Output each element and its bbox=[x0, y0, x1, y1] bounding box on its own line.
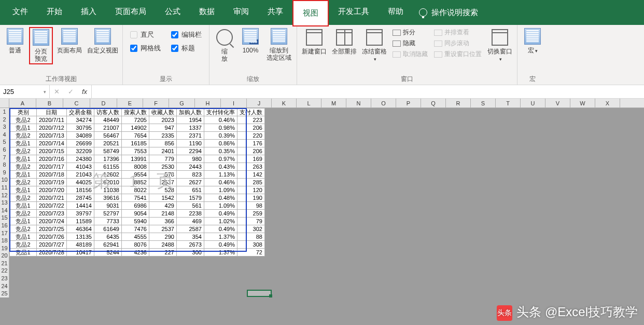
data-cell[interactable]: 2020/7/28 bbox=[37, 249, 67, 256]
data-cell[interactable]: 2371 bbox=[176, 132, 204, 140]
col-header-S[interactable]: S bbox=[471, 99, 496, 107]
row-header-3[interactable]: 3 bbox=[0, 123, 9, 131]
data-cell[interactable]: 14414 bbox=[66, 202, 94, 210]
fx-icon[interactable]: fx bbox=[78, 88, 91, 96]
row-header-8[interactable]: 8 bbox=[0, 161, 9, 169]
data-cell[interactable]: 206 bbox=[237, 124, 264, 132]
data-cell[interactable]: 竞品2 bbox=[10, 194, 37, 202]
data-cell[interactable]: 2020/7/20 bbox=[37, 186, 67, 194]
data-cell[interactable]: 302 bbox=[237, 225, 264, 233]
data-cell[interactable]: 190 bbox=[237, 194, 264, 202]
data-cell[interactable]: 2335 bbox=[149, 132, 176, 140]
data-cell[interactable]: 578 bbox=[149, 171, 176, 179]
data-cell[interactable]: 竞品1 bbox=[10, 140, 37, 147]
data-cell[interactable]: 2020/7/25 bbox=[37, 225, 67, 233]
data-cell[interactable]: 120 bbox=[237, 186, 264, 194]
macros-button[interactable]: 宏▾ bbox=[521, 27, 544, 56]
data-cell[interactable]: 528 bbox=[149, 186, 176, 194]
zoom-button[interactable]: 缩 放 bbox=[213, 27, 236, 63]
data-cell[interactable]: 1.02% bbox=[204, 218, 237, 225]
col-header-W[interactable]: W bbox=[570, 99, 595, 107]
data-cell[interactable]: 88 bbox=[237, 233, 264, 241]
data-cell[interactable]: 16185 bbox=[121, 140, 149, 147]
row-header-12[interactable]: 12 bbox=[0, 192, 9, 199]
row-header-11[interactable]: 11 bbox=[0, 184, 9, 192]
data-cell[interactable]: 429 bbox=[149, 202, 176, 210]
select-all-corner[interactable] bbox=[0, 99, 9, 107]
gridlines-checkbox[interactable]: 网格线 bbox=[130, 44, 161, 53]
data-cell[interactable]: 220 bbox=[237, 132, 264, 140]
data-cell[interactable]: 14902 bbox=[121, 124, 149, 132]
row-header-1[interactable]: 1 bbox=[0, 108, 9, 116]
col-header-H[interactable]: H bbox=[195, 99, 221, 107]
col-header-R[interactable]: R bbox=[446, 99, 471, 107]
data-cell[interactable]: 2020/7/11 bbox=[37, 116, 67, 124]
data-cell[interactable]: 2020/7/27 bbox=[37, 241, 67, 249]
data-cell[interactable]: 1.09% bbox=[204, 186, 237, 194]
col-header-M[interactable]: M bbox=[321, 99, 346, 107]
col-header-D[interactable]: D bbox=[90, 99, 117, 107]
row-header-21[interactable]: 21 bbox=[0, 260, 9, 267]
tab-共享[interactable]: 共享 bbox=[258, 0, 292, 26]
col-header-P[interactable]: P bbox=[396, 99, 421, 107]
data-cell[interactable]: 61649 bbox=[94, 225, 121, 233]
header-cell[interactable]: 加购人数 bbox=[176, 109, 204, 116]
col-header-B[interactable]: B bbox=[36, 99, 63, 107]
header-cell[interactable]: 支付人数 bbox=[237, 109, 264, 116]
data-cell[interactable]: 竞品1 bbox=[10, 218, 37, 225]
data-cell[interactable]: 0.39% bbox=[204, 132, 237, 140]
data-cell[interactable]: 2020/7/12 bbox=[37, 124, 67, 132]
col-header-J[interactable]: J bbox=[247, 99, 272, 107]
data-cell[interactable]: 0.43% bbox=[204, 163, 237, 171]
data-cell[interactable]: 0.49% bbox=[204, 225, 237, 233]
name-box[interactable]: J25▾ bbox=[0, 85, 50, 98]
data-cell[interactable]: 7654 bbox=[121, 132, 149, 140]
data-cell[interactable]: 7205 bbox=[121, 116, 149, 124]
data-cell[interactable]: 4236 bbox=[121, 249, 149, 256]
data-cell[interactable]: 13991 bbox=[121, 155, 149, 163]
data-cell[interactable]: 79 bbox=[237, 218, 264, 225]
data-cell[interactable]: 947 bbox=[149, 124, 176, 132]
freeze-panes-button[interactable]: 冻结窗格▾ bbox=[360, 27, 388, 64]
data-cell[interactable]: 2537 bbox=[149, 179, 176, 186]
data-cell[interactable]: 18156 bbox=[66, 186, 94, 194]
data-cell[interactable]: 2020/7/17 bbox=[37, 163, 67, 171]
data-cell[interactable]: 5244 bbox=[94, 249, 121, 256]
data-cell[interactable]: 7476 bbox=[121, 225, 149, 233]
data-cell[interactable]: 0.49% bbox=[204, 241, 237, 249]
data-cell[interactable]: 1190 bbox=[176, 140, 204, 147]
row-header-6[interactable]: 6 bbox=[0, 146, 9, 154]
data-cell[interactable]: 竞品2 bbox=[10, 147, 37, 155]
tab-开发工具[interactable]: 开发工具 bbox=[329, 0, 379, 26]
col-header-N[interactable]: N bbox=[346, 99, 371, 107]
data-cell[interactable]: 2443 bbox=[176, 163, 204, 171]
row-header-4[interactable]: 4 bbox=[0, 131, 9, 139]
data-cell[interactable]: 2294 bbox=[176, 147, 204, 155]
col-header-I[interactable]: I bbox=[221, 99, 247, 107]
row-header-7[interactable]: 7 bbox=[0, 154, 9, 161]
col-header-K[interactable]: K bbox=[272, 99, 297, 107]
data-cell[interactable]: 2020/7/15 bbox=[37, 147, 67, 155]
data-cell[interactable]: 8852 bbox=[121, 179, 149, 186]
row-header-13[interactable]: 13 bbox=[0, 199, 9, 207]
data-cell[interactable]: 竞品2 bbox=[10, 210, 37, 218]
data-cell[interactable]: 2530 bbox=[149, 163, 176, 171]
data-cell[interactable]: 6986 bbox=[121, 202, 149, 210]
row-header-2[interactable]: 2 bbox=[0, 116, 9, 124]
col-header-E[interactable]: E bbox=[117, 99, 143, 107]
data-cell[interactable]: 651 bbox=[176, 186, 204, 194]
data-cell[interactable]: 39616 bbox=[94, 194, 121, 202]
data-cell[interactable]: 98 bbox=[237, 202, 264, 210]
data-cell[interactable]: 2020/7/23 bbox=[37, 210, 67, 218]
page-layout-button[interactable]: 页面布局 bbox=[55, 27, 84, 55]
data-cell[interactable]: 62010 bbox=[94, 179, 121, 186]
col-header-F[interactable]: F bbox=[143, 99, 169, 107]
data-cell[interactable]: 2020/7/13 bbox=[37, 132, 67, 140]
data-cell[interactable]: 72 bbox=[237, 249, 264, 256]
data-cell[interactable]: 2488 bbox=[149, 241, 176, 249]
data-cell[interactable]: 62941 bbox=[94, 241, 121, 249]
data-cell[interactable]: 7553 bbox=[121, 147, 149, 155]
tab-公式[interactable]: 公式 bbox=[156, 0, 190, 26]
data-cell[interactable]: 1.13% bbox=[204, 171, 237, 179]
data-cell[interactable]: 竞品2 bbox=[10, 241, 37, 249]
